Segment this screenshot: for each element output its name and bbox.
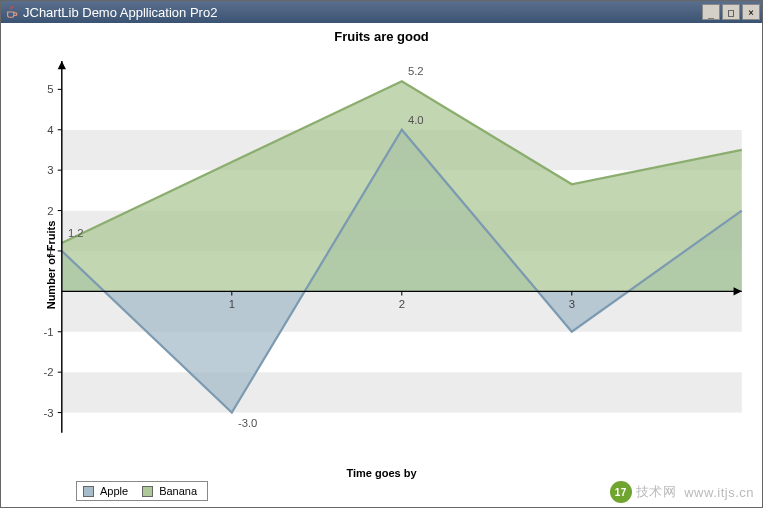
titlebar: JChartLib Demo Appllication Pro2 _ □ × xyxy=(1,1,762,23)
close-button[interactable]: × xyxy=(742,4,760,20)
svg-text:4.0: 4.0 xyxy=(408,114,424,126)
chart-panel: Fruits are good Number of Fruits -3-2-11… xyxy=(1,23,762,507)
x-axis-label: Time goes by xyxy=(1,467,762,479)
svg-text:1: 1 xyxy=(229,298,235,310)
svg-text:3: 3 xyxy=(569,298,575,310)
svg-text:-2: -2 xyxy=(44,366,54,378)
legend-label: Banana xyxy=(159,485,197,497)
watermark-url: www.itjs.cn xyxy=(684,485,754,500)
svg-text:5: 5 xyxy=(47,83,53,95)
legend: Apple Banana xyxy=(76,481,208,501)
chart-title: Fruits are good xyxy=(1,23,762,44)
legend-swatch-banana xyxy=(142,486,153,497)
svg-rect-0 xyxy=(62,372,742,412)
legend-item-banana: Banana xyxy=(142,485,197,497)
svg-text:2: 2 xyxy=(47,205,53,217)
watermark-badge: 17 xyxy=(610,481,632,503)
maximize-button[interactable]: □ xyxy=(722,4,740,20)
java-icon xyxy=(5,5,19,19)
svg-text:2: 2 xyxy=(399,298,405,310)
svg-text:4: 4 xyxy=(47,124,53,136)
chart-svg: -3-2-1123451231.2-3.05.24.0 xyxy=(31,53,750,457)
svg-text:-1: -1 xyxy=(44,326,54,338)
svg-text:3: 3 xyxy=(47,164,53,176)
window-buttons: _ □ × xyxy=(702,4,760,20)
legend-item-apple: Apple xyxy=(83,485,128,497)
svg-text:-3: -3 xyxy=(44,407,54,419)
svg-text:5.2: 5.2 xyxy=(408,65,424,77)
minimize-button[interactable]: _ xyxy=(702,4,720,20)
svg-text:-3.0: -3.0 xyxy=(238,417,257,429)
svg-text:1.2: 1.2 xyxy=(68,227,84,239)
plot-area: -3-2-1123451231.2-3.05.24.0 xyxy=(31,53,750,457)
watermark-suffix: 技术网 xyxy=(636,483,677,501)
window-title: JChartLib Demo Appllication Pro2 xyxy=(23,5,702,20)
watermark: 17 技术网 www.itjs.cn xyxy=(610,481,754,503)
svg-text:1: 1 xyxy=(47,245,53,257)
app-window: JChartLib Demo Appllication Pro2 _ □ × F… xyxy=(0,0,763,508)
legend-swatch-apple xyxy=(83,486,94,497)
legend-label: Apple xyxy=(100,485,128,497)
